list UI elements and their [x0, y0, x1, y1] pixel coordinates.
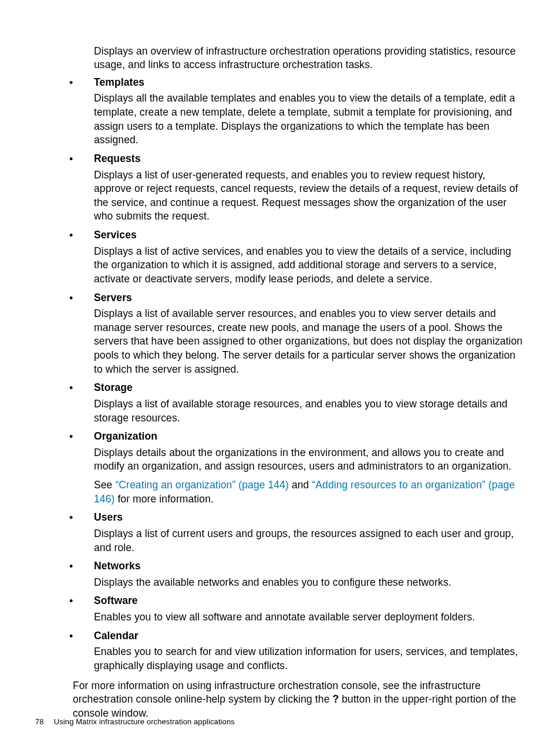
item-text: Displays a list of available server reso…	[94, 307, 525, 376]
item-body: Enables you to view all software and ann…	[94, 610, 525, 625]
page-number: 78	[35, 717, 52, 727]
item-text: Displays a list of current users and gro…	[94, 527, 525, 555]
list-item: Networks Displays the available networks…	[54, 559, 525, 589]
list-item: Storage Displays a list of available sto…	[54, 381, 525, 425]
item-body: Displays a list of available storage res…	[94, 397, 525, 425]
item-title-services: Services	[94, 228, 525, 242]
item-title-users: Users	[94, 511, 525, 525]
item-title-requests: Requests	[94, 152, 525, 166]
extra-mid: and	[289, 479, 312, 491]
document-page: Displays an overview of infrastructure o…	[0, 0, 560, 746]
list-item: Templates Displays all the available tem…	[54, 76, 525, 147]
list-item: Calendar Enables you to search for and v…	[54, 629, 525, 673]
item-text: Displays the available networks and enab…	[94, 576, 525, 590]
list-item: Organization Displays details about the …	[54, 430, 525, 506]
extra-post: for more information.	[114, 493, 214, 505]
page-footer: 78 Using Matrix infrastructure orchestra…	[35, 717, 235, 727]
item-title-servers: Servers	[94, 291, 525, 305]
item-title-networks: Networks	[94, 559, 525, 573]
item-extra: See “Creating an organization” (page 144…	[94, 478, 525, 506]
item-text: Displays a list of user-generated reques…	[94, 168, 525, 224]
item-body: Displays a list of current users and gro…	[94, 527, 525, 555]
extra-pre: See	[94, 479, 115, 491]
item-body: Displays all the available templates and…	[94, 92, 525, 147]
item-text: Displays details about the organizations…	[94, 446, 525, 474]
item-title-storage: Storage	[94, 381, 525, 395]
item-title-templates: Templates	[94, 76, 525, 90]
item-body: Displays details about the organizations…	[94, 446, 525, 507]
item-title-software: Software	[94, 594, 525, 608]
help-button-reference: ?	[332, 693, 339, 705]
chapter-title: Using Matrix infrastructure orchestratio…	[54, 717, 235, 726]
link-creating-organization[interactable]: “Creating an organization” (page 144)	[115, 479, 289, 491]
item-body: Displays a list of user-generated reques…	[94, 168, 525, 224]
item-title-organization: Organization	[94, 430, 525, 444]
item-text: Displays a list of active services, and …	[94, 245, 525, 286]
list-item: Requests Displays a list of user-generat…	[54, 152, 525, 224]
item-body: Displays a list of active services, and …	[94, 245, 525, 286]
intro-paragraph: Displays an overview of infrastructure o…	[94, 45, 525, 72]
feature-list: Templates Displays all the available tem…	[35, 76, 525, 673]
item-body: Displays the available networks and enab…	[94, 576, 525, 590]
closing-paragraph: For more information on using infrastruc…	[73, 679, 525, 721]
item-text: Displays a list of available storage res…	[94, 397, 525, 425]
item-text: Displays all the available templates and…	[94, 92, 525, 147]
list-item: Services Displays a list of active servi…	[54, 228, 525, 286]
list-item: Users Displays a list of current users a…	[54, 511, 525, 555]
item-title-calendar: Calendar	[94, 629, 525, 643]
item-text: Enables you to view all software and ann…	[94, 610, 525, 625]
list-item: Software Enables you to view all softwar…	[54, 594, 525, 624]
item-body: Displays a list of available server reso…	[94, 307, 525, 376]
item-text: Enables you to search for and view utili…	[94, 645, 525, 673]
item-body: Enables you to search for and view utili…	[94, 645, 525, 673]
list-item: Servers Displays a list of available ser…	[54, 291, 525, 377]
